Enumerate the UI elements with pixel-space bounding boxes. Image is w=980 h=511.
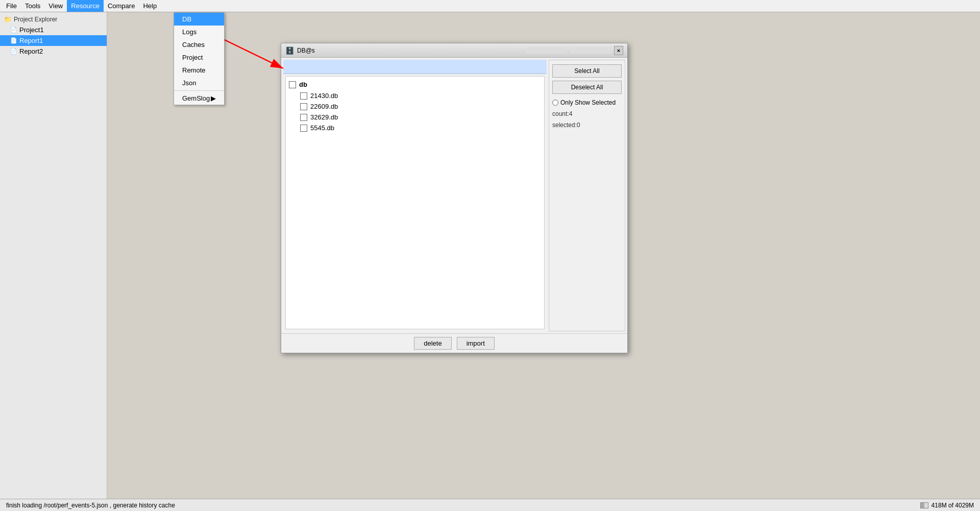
statusbar: finish loading /root/perf_events-5.json … xyxy=(0,499,980,511)
dialog-footer: delete import xyxy=(281,333,627,353)
only-show-selected-row: Only Show Selected xyxy=(552,99,622,106)
chevron-right-icon: ▶ xyxy=(211,94,216,102)
sidebar-item-report1[interactable]: 📄 Report1 xyxy=(0,35,107,46)
file-item-2: 32629.db xyxy=(288,112,542,123)
sidebar: 📁 Project Explorer 📄 Project1 📄 Report1 … xyxy=(0,12,107,499)
menu-tools[interactable]: Tools xyxy=(21,0,44,12)
menu-compare[interactable]: Compare xyxy=(104,0,139,12)
content-area: DB Logs Caches Project Remote Json GemSl… xyxy=(107,12,980,499)
menu-view[interactable]: View xyxy=(44,0,67,12)
sidebar-item-report2[interactable]: 📄 Report2 xyxy=(0,46,107,57)
folder-icon: 📁 xyxy=(4,16,12,23)
status-message: finish loading /root/perf_events-5.json … xyxy=(6,502,175,509)
menubar: File Tools View Resource Compare Help xyxy=(0,0,980,12)
menu-item-caches[interactable]: Caches xyxy=(174,38,224,51)
file-panel[interactable]: db 21430.db 22609.db 32629.db xyxy=(285,76,545,329)
menu-item-json[interactable]: Json xyxy=(174,77,224,89)
file-checkbox-0[interactable] xyxy=(300,92,307,100)
menu-item-db[interactable]: DB xyxy=(174,13,224,26)
file-name-1: 22609.db xyxy=(310,103,338,110)
menu-item-logs[interactable]: Logs xyxy=(174,26,224,38)
root-checkbox[interactable] xyxy=(289,81,296,88)
file-item-3: 5545.db xyxy=(288,123,542,133)
sidebar-item-project1[interactable]: 📄 Project1 xyxy=(0,25,107,35)
file-name-0: 21430.db xyxy=(310,92,338,100)
file-icon: 📄 xyxy=(10,37,17,44)
menu-help[interactable]: Help xyxy=(139,0,161,12)
file-checkbox-3[interactable] xyxy=(300,125,307,132)
deselect-all-button[interactable]: Deselect All xyxy=(552,81,622,94)
file-tree-root: db xyxy=(288,79,542,90)
right-panel: Select All Deselect All Only Show Select… xyxy=(549,60,625,331)
file-item-1: 22609.db xyxy=(288,101,542,112)
memory-bar-icon xyxy=(920,502,928,508)
file-item-0: 21430.db xyxy=(288,90,542,101)
selected-label: selected:0 xyxy=(552,121,622,129)
file-checkbox-1[interactable] xyxy=(300,103,307,110)
menu-item-project[interactable]: Project xyxy=(174,51,224,64)
dialog-titlebar: 🗄️ DB@s × xyxy=(281,43,627,58)
db-dialog: 🗄️ DB@s × db xyxy=(281,43,628,353)
root-label: db xyxy=(299,81,307,88)
file-name-3: 5545.db xyxy=(310,124,334,132)
delete-button[interactable]: delete xyxy=(414,337,451,350)
import-button[interactable]: import xyxy=(457,337,495,350)
dialog-icon: 🗄️ xyxy=(285,46,294,55)
only-show-selected-radio[interactable] xyxy=(552,100,558,106)
titlebar-placeholder2 xyxy=(570,47,611,54)
only-show-selected-label: Only Show Selected xyxy=(560,99,616,106)
menu-resource[interactable]: Resource xyxy=(67,0,104,12)
dialog-close-button[interactable]: × xyxy=(614,46,623,55)
sidebar-title: Project Explorer xyxy=(14,16,57,23)
file-name-2: 32629.db xyxy=(310,113,338,121)
menu-item-gemslog[interactable]: GemSlog ▶ xyxy=(174,92,224,105)
main-area: 📁 Project Explorer 📄 Project1 📄 Report1 … xyxy=(0,12,980,499)
statusbar-right: 418M of 4029M xyxy=(920,502,974,509)
resource-dropdown: DB Logs Caches Project Remote Json GemSl… xyxy=(174,12,225,105)
select-all-button[interactable]: Select All xyxy=(552,64,622,78)
dialog-title: DB@s xyxy=(297,47,523,54)
memory-label: 418M of 4029M xyxy=(932,502,974,509)
dialog-body: db 21430.db 22609.db 32629.db xyxy=(281,58,627,333)
count-label: count:4 xyxy=(552,110,622,117)
sidebar-header: 📁 Project Explorer xyxy=(0,14,107,25)
file-panel-header xyxy=(283,60,547,74)
file-icon: 📄 xyxy=(10,27,17,33)
menu-item-remote[interactable]: Remote xyxy=(174,64,224,77)
menu-file[interactable]: File xyxy=(2,0,21,12)
file-icon: 📄 xyxy=(10,48,17,55)
titlebar-placeholder1 xyxy=(526,47,567,54)
file-checkbox-2[interactable] xyxy=(300,114,307,121)
